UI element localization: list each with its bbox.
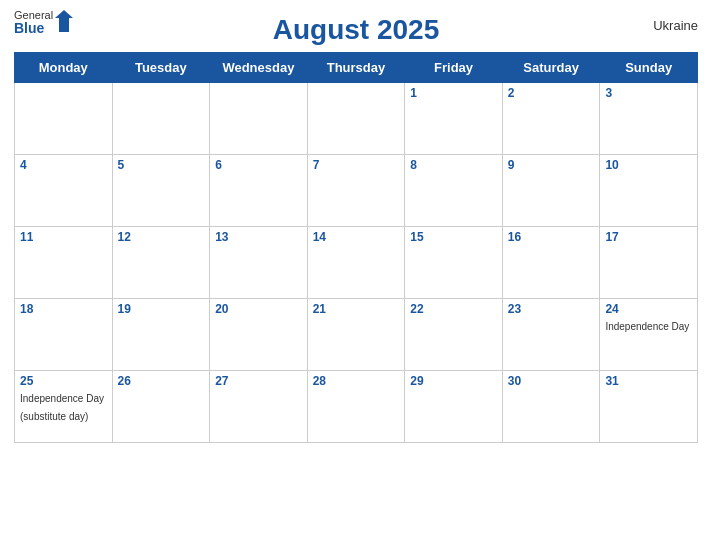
calendar-cell: 12 [112, 227, 210, 299]
calendar-week-row-2: 45678910 [15, 155, 698, 227]
day-number: 4 [20, 158, 107, 172]
calendar-cell: 29 [405, 371, 503, 443]
calendar-header: General Blue August 2025 Ukraine [14, 10, 698, 46]
calendar-cell: 17 [600, 227, 698, 299]
calendar-cell: 23 [502, 299, 600, 371]
day-number: 9 [508, 158, 595, 172]
calendar-cell: 6 [210, 155, 308, 227]
svg-marker-0 [55, 10, 73, 32]
day-number: 29 [410, 374, 497, 388]
calendar-cell: 20 [210, 299, 308, 371]
calendar-cell [15, 83, 113, 155]
calendar-body: 123456789101112131415161718192021222324I… [15, 83, 698, 443]
day-number: 20 [215, 302, 302, 316]
weekday-tuesday: Tuesday [112, 53, 210, 83]
logo-text: General Blue [14, 10, 53, 35]
calendar-cell: 1 [405, 83, 503, 155]
calendar-cell: 18 [15, 299, 113, 371]
calendar-week-row-4: 18192021222324Independence Day [15, 299, 698, 371]
calendar-cell [307, 83, 405, 155]
title-area: August 2025 [273, 14, 440, 46]
calendar-cell: 26 [112, 371, 210, 443]
weekday-monday: Monday [15, 53, 113, 83]
day-number: 22 [410, 302, 497, 316]
calendar-cell [112, 83, 210, 155]
day-number: 19 [118, 302, 205, 316]
day-number: 26 [118, 374, 205, 388]
calendar-cell: 16 [502, 227, 600, 299]
weekday-wednesday: Wednesday [210, 53, 308, 83]
day-number: 25 [20, 374, 107, 388]
day-number: 2 [508, 86, 595, 100]
logo-blue-text: Blue [14, 21, 53, 35]
calendar-cell: 24Independence Day [600, 299, 698, 371]
calendar-cell: 15 [405, 227, 503, 299]
calendar-cell: 5 [112, 155, 210, 227]
calendar-cell: 25Independence Day (substitute day) [15, 371, 113, 443]
day-number: 21 [313, 302, 400, 316]
calendar-cell: 8 [405, 155, 503, 227]
day-number: 15 [410, 230, 497, 244]
calendar-cell: 28 [307, 371, 405, 443]
weekday-saturday: Saturday [502, 53, 600, 83]
calendar-cell: 31 [600, 371, 698, 443]
calendar-cell: 21 [307, 299, 405, 371]
day-number: 31 [605, 374, 692, 388]
calendar-cell: 13 [210, 227, 308, 299]
day-number: 10 [605, 158, 692, 172]
day-number: 6 [215, 158, 302, 172]
day-number: 7 [313, 158, 400, 172]
calendar-cell: 11 [15, 227, 113, 299]
calendar-grid: Monday Tuesday Wednesday Thursday Friday… [14, 52, 698, 443]
day-number: 12 [118, 230, 205, 244]
calendar-cell: 7 [307, 155, 405, 227]
logo-icon [55, 10, 73, 32]
logo-area: General Blue [14, 10, 73, 35]
calendar-week-row-3: 11121314151617 [15, 227, 698, 299]
day-number: 27 [215, 374, 302, 388]
calendar-container: General Blue August 2025 Ukraine Monday … [0, 0, 712, 550]
day-number: 23 [508, 302, 595, 316]
weekday-sunday: Sunday [600, 53, 698, 83]
calendar-cell: 2 [502, 83, 600, 155]
day-number: 1 [410, 86, 497, 100]
day-number: 16 [508, 230, 595, 244]
calendar-cell: 10 [600, 155, 698, 227]
calendar-cell: 30 [502, 371, 600, 443]
day-number: 30 [508, 374, 595, 388]
day-number: 5 [118, 158, 205, 172]
event-text: Independence Day (substitute day) [20, 393, 104, 422]
calendar-cell: 22 [405, 299, 503, 371]
calendar-cell: 14 [307, 227, 405, 299]
calendar-cell: 9 [502, 155, 600, 227]
day-number: 3 [605, 86, 692, 100]
day-number: 8 [410, 158, 497, 172]
calendar-cell: 4 [15, 155, 113, 227]
country-label: Ukraine [653, 18, 698, 33]
day-number: 11 [20, 230, 107, 244]
weekday-friday: Friday [405, 53, 503, 83]
day-number: 14 [313, 230, 400, 244]
calendar-week-row-1: 123 [15, 83, 698, 155]
calendar-cell: 27 [210, 371, 308, 443]
calendar-cell: 3 [600, 83, 698, 155]
calendar-cell: 19 [112, 299, 210, 371]
day-number: 18 [20, 302, 107, 316]
day-number: 17 [605, 230, 692, 244]
calendar-title: August 2025 [273, 14, 440, 45]
day-number: 24 [605, 302, 692, 316]
weekday-header-row: Monday Tuesday Wednesday Thursday Friday… [15, 53, 698, 83]
weekday-thursday: Thursday [307, 53, 405, 83]
calendar-cell [210, 83, 308, 155]
event-text: Independence Day [605, 321, 689, 332]
day-number: 13 [215, 230, 302, 244]
calendar-week-row-5: 25Independence Day (substitute day)26272… [15, 371, 698, 443]
day-number: 28 [313, 374, 400, 388]
